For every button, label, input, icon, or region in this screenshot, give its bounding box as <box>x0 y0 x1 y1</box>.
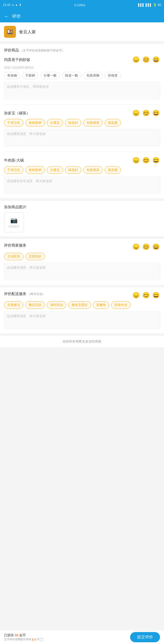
delivery-tag-3[interactable]: 服务态度好 <box>68 301 91 309</box>
tag-3-0[interactable]: 干净卫生 <box>4 166 23 174</box>
bottom-bar: 已获得 10 金币 文字评价或晒图可再得 2 金币 ? 提交评价 <box>0 630 164 644</box>
tag-1-3[interactable]: 味道一般 <box>62 72 81 79</box>
delivery-tag-0[interactable]: 衣着整洁 <box>4 301 23 309</box>
question-icon[interactable]: ? <box>40 638 43 641</box>
tag-1-1[interactable]: 不新鲜 <box>22 72 38 79</box>
tag-3-1[interactable]: 食材新鲜 <box>25 166 45 174</box>
product-name-3: 牛肉面-大碗 <box>4 158 24 163</box>
emoji-neutral-2[interactable]: 😊 <box>142 109 150 117</box>
emoji-neutral-3[interactable]: 😊 <box>142 156 150 164</box>
earned-coins: 已获得 10 金币 <box>4 633 43 638</box>
tags-2: 干净卫生 食材新鲜 分量足 味道好 包装精美 很实惠 <box>4 119 160 126</box>
review-textarea-3[interactable] <box>4 176 160 194</box>
delivery-service-header: 评价配送服务 （蜂鸟专送） 😞 😊 😄 <box>4 291 160 299</box>
restaurant-logo-emoji: 🍱 <box>7 29 13 35</box>
tags-3: 干净卫生 食材新鲜 分量足 味道好 包装精美 很实惠 <box>4 166 160 174</box>
tag-3-4[interactable]: 包装精美 <box>83 166 103 174</box>
coin-amount: 10 <box>15 633 18 637</box>
merchant-service-section: 评价商家服务 😞 😊 😄 主动联系 态度很好 <box>0 239 164 285</box>
delivery-emoji-bad[interactable]: 😞 <box>132 291 140 299</box>
tags-1: 有杂物 不新鲜 分量一般 味道一般 包装简陋 价格贵 <box>4 72 160 79</box>
add-photo-button[interactable]: 📷 添加照片 <box>4 212 24 232</box>
merchant-review-textarea[interactable] <box>4 263 160 280</box>
page-title: 评价 <box>12 13 21 19</box>
rating-section-subtitle: （文字评价或选择标签可得金币） <box>20 49 65 52</box>
status-center: 0.12K/s <box>74 3 85 7</box>
emoji-rating-3: 😞 😊 😄 <box>132 156 160 164</box>
emoji-rating-2: 😞 😊 😄 <box>132 109 160 117</box>
wifi-icon: ▌▌▌ <box>145 3 152 7</box>
merchant-tag-1[interactable]: 态度很好 <box>25 253 45 260</box>
sub-coin-amount: 2 <box>32 638 33 641</box>
review-textarea-2[interactable] <box>4 129 160 146</box>
merchant-emoji-neutral[interactable]: 😊 <box>142 243 150 251</box>
restaurant-name: 食豆人家 <box>19 29 36 35</box>
delivery-emoji-neutral[interactable]: 😊 <box>142 291 150 299</box>
delivery-service-section: 评价配送服务 （蜂鸟专送） 😞 😊 😄 衣着整洁 餐品完好 准时到达 服务态度好… <box>0 287 164 333</box>
product-name-2: 加多宝（罐装） <box>4 111 30 116</box>
status-icon-download: ⬇ <box>19 3 21 7</box>
tag-2-5[interactable]: 很实惠 <box>105 119 121 126</box>
tag-2-3[interactable]: 味道好 <box>65 119 81 126</box>
restaurant-info: 🍱 食豆人家 <box>0 22 164 42</box>
emoji-great-1[interactable]: 😄 <box>152 56 160 64</box>
status-icon-infinite: ∞ <box>12 3 14 7</box>
product-item-1: 鸡蛋老干妈炒饭 😞 😊 😄 请输入或选择吐槽理由 有杂物 不新鲜 分量一般 味道… <box>4 56 160 105</box>
emoji-neutral-1[interactable]: 😊 <box>142 56 150 64</box>
tag-2-0[interactable]: 干净卫生 <box>4 119 23 126</box>
emoji-bad-2[interactable]: 😞 <box>132 109 140 117</box>
delivery-tag-5[interactable]: 穿着专业 <box>111 301 131 309</box>
delivery-tag-1[interactable]: 餐品完好 <box>25 301 45 309</box>
tag-1-2[interactable]: 分量一般 <box>40 72 60 79</box>
merchant-tags: 主动联系 态度很好 <box>4 253 160 260</box>
delivery-emoji-great[interactable]: 😄 <box>152 291 160 299</box>
add-photo-title: 添加商品图片 <box>4 205 160 210</box>
tag-2-4[interactable]: 包装精美 <box>83 119 103 126</box>
camera-icon: 📷 <box>10 217 18 224</box>
tag-3-2[interactable]: 分量足 <box>47 166 63 174</box>
product-header-3: 牛肉面-大碗 😞 😊 😄 <box>4 156 160 164</box>
back-button[interactable]: ← <box>4 14 9 19</box>
tag-1-4[interactable]: 包装简陋 <box>83 72 103 79</box>
status-right: ▌▌▌ ▌▌▌ 🔋 60 <box>138 3 161 7</box>
merchant-emoji-bad[interactable]: 😞 <box>132 243 140 251</box>
status-network-speed: 0.12K/s <box>74 3 85 7</box>
tag-3-3[interactable]: 味道好 <box>65 166 81 174</box>
delivery-tag-4[interactable]: 送餐快 <box>93 301 109 309</box>
tag-1-5[interactable]: 价格贵 <box>105 72 121 79</box>
hint-text-1: 请输入或选择吐槽理由 <box>4 66 160 70</box>
coins-sub: 文字评价或晒图可再得 2 金币 ? <box>4 638 43 641</box>
tag-3-5[interactable]: 很实惠 <box>105 166 121 174</box>
product-rating-section: 评价商品 （文字评价或选择标签可得金币） 鸡蛋老干妈炒饭 😞 😊 😄 请输入或选… <box>0 44 164 198</box>
product-item-3: 牛肉面-大碗 😞 😊 😄 干净卫生 食材新鲜 分量足 味道好 包装精美 很实惠 <box>4 156 160 194</box>
battery-icon: 🔋 <box>153 3 157 7</box>
product-header-2: 加多宝（罐装） 😞 😊 😄 <box>4 109 160 117</box>
delivery-service-title: 评价配送服务 （蜂鸟专送） <box>4 292 45 296</box>
merchant-emoji-great[interactable]: 😄 <box>152 243 160 251</box>
merchant-service-rating: 😞 😊 😄 <box>132 243 160 251</box>
coins-info: 已获得 10 金币 文字评价或晒图可再得 2 金币 ? <box>4 633 43 641</box>
emoji-great-2[interactable]: 😄 <box>152 109 160 117</box>
status-left: 21:42 ∞ ● ⬇ <box>3 3 21 7</box>
delivery-review-textarea[interactable] <box>4 311 160 328</box>
tag-2-1[interactable]: 食材新鲜 <box>25 119 45 126</box>
rating-section-title: 评价商品 （文字评价或选择标签可得金币） <box>4 48 160 53</box>
emoji-bad-1[interactable]: 😞 <box>132 56 140 64</box>
tag-2-2[interactable]: 分量足 <box>47 119 63 126</box>
signal-icon: ▌▌▌ <box>138 3 145 7</box>
emoji-great-3[interactable]: 😄 <box>152 156 160 164</box>
merchant-tag-0[interactable]: 主动联系 <box>4 253 23 260</box>
delivery-tag-2[interactable]: 准时到达 <box>47 301 66 309</box>
delivery-service-subtitle: （蜂鸟专送） <box>27 292 45 296</box>
anonymous-notice: 你的评价将匿名发送给商家 <box>0 336 164 347</box>
merchant-service-title: 评价商家服务 <box>4 243 26 248</box>
product-item-2: 加多宝（罐装） 😞 😊 😄 干净卫生 食材新鲜 分量足 味道好 包装精美 很实惠 <box>4 109 160 152</box>
submit-button[interactable]: 提交评价 <box>130 632 160 642</box>
review-textarea-1[interactable] <box>4 82 160 99</box>
emoji-bad-3[interactable]: 😞 <box>132 156 140 164</box>
tag-1-0[interactable]: 有杂物 <box>4 72 20 79</box>
status-icon-message: ● <box>16 3 18 7</box>
status-time: 21:42 <box>3 3 11 7</box>
add-photo-label: 添加照片 <box>9 225 20 228</box>
delivery-service-rating: 😞 😊 😄 <box>132 291 160 299</box>
